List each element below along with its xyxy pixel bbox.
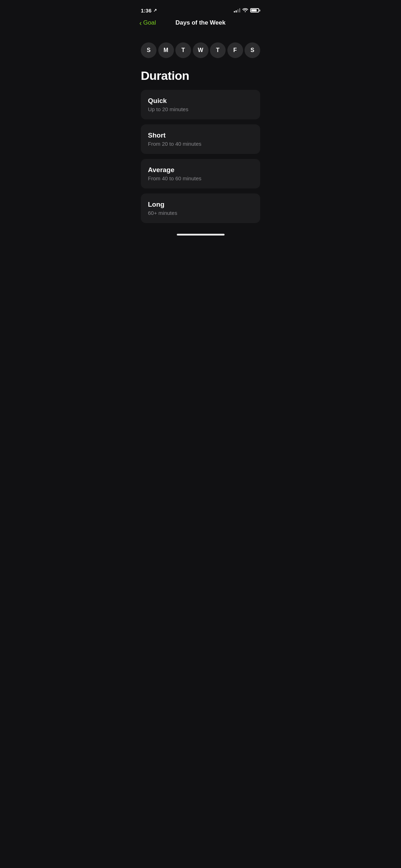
- day-label-saturday: S: [251, 47, 255, 53]
- duration-card-long[interactable]: Long60+ minutes: [141, 193, 260, 223]
- navigation-bar: ‹ Goal Days of the Week: [134, 16, 267, 32]
- day-circle-thursday[interactable]: T: [210, 42, 226, 58]
- signal-bar-1: [234, 11, 235, 12]
- time-display: 1:36: [141, 7, 151, 14]
- day-circle-sunday[interactable]: S: [141, 42, 156, 58]
- duration-card-subtitle-average: From 40 to 60 minutes: [148, 175, 253, 181]
- duration-card-title-short: Short: [148, 131, 253, 139]
- day-label-friday: F: [233, 47, 237, 53]
- signal-bar-2: [236, 10, 237, 12]
- back-chevron-icon: ‹: [139, 19, 142, 26]
- day-label-thursday: T: [216, 47, 220, 53]
- status-icons: [234, 7, 260, 13]
- signal-strength-icon: [234, 8, 240, 12]
- main-content: SMTWTFS Duration QuickUp to 20 minutesSh…: [134, 32, 267, 223]
- day-label-monday: M: [164, 47, 168, 53]
- signal-bar-4: [239, 8, 240, 12]
- day-label-sunday: S: [147, 47, 151, 53]
- day-circle-wednesday[interactable]: W: [193, 42, 209, 58]
- battery-body: [250, 8, 259, 12]
- status-time: 1:36 ↗: [141, 7, 157, 14]
- battery-fill: [251, 9, 257, 11]
- battery-tip: [259, 10, 260, 11]
- duration-card-subtitle-short: From 20 to 40 minutes: [148, 141, 253, 147]
- wifi-icon: [242, 7, 248, 13]
- day-circle-monday[interactable]: M: [158, 42, 174, 58]
- day-label-wednesday: W: [198, 47, 203, 53]
- home-indicator: [134, 230, 267, 238]
- days-of-week-row: SMTWTFS: [141, 35, 260, 69]
- home-bar: [177, 234, 225, 236]
- duration-card-quick[interactable]: QuickUp to 20 minutes: [141, 90, 260, 119]
- duration-card-short[interactable]: ShortFrom 20 to 40 minutes: [141, 124, 260, 154]
- duration-card-subtitle-quick: Up to 20 minutes: [148, 106, 253, 112]
- day-circle-tuesday[interactable]: T: [175, 42, 191, 58]
- page-title: Days of the Week: [175, 19, 225, 26]
- duration-section: Duration QuickUp to 20 minutesShortFrom …: [141, 69, 260, 223]
- day-circle-saturday[interactable]: S: [245, 42, 260, 58]
- day-circle-friday[interactable]: F: [227, 42, 243, 58]
- duration-card-average[interactable]: AverageFrom 40 to 60 minutes: [141, 159, 260, 188]
- back-button[interactable]: ‹ Goal: [139, 19, 156, 26]
- duration-card-title-quick: Quick: [148, 97, 253, 105]
- duration-card-title-long: Long: [148, 201, 253, 208]
- duration-heading: Duration: [141, 69, 260, 83]
- day-label-tuesday: T: [181, 47, 185, 53]
- back-label: Goal: [143, 19, 156, 26]
- status-bar: 1:36 ↗: [134, 0, 267, 16]
- duration-card-title-average: Average: [148, 166, 253, 174]
- location-icon: ↗: [153, 8, 157, 13]
- battery-icon: [250, 8, 260, 12]
- duration-card-subtitle-long: 60+ minutes: [148, 210, 253, 216]
- signal-bar-3: [237, 9, 238, 12]
- duration-cards-container: QuickUp to 20 minutesShortFrom 20 to 40 …: [141, 90, 260, 223]
